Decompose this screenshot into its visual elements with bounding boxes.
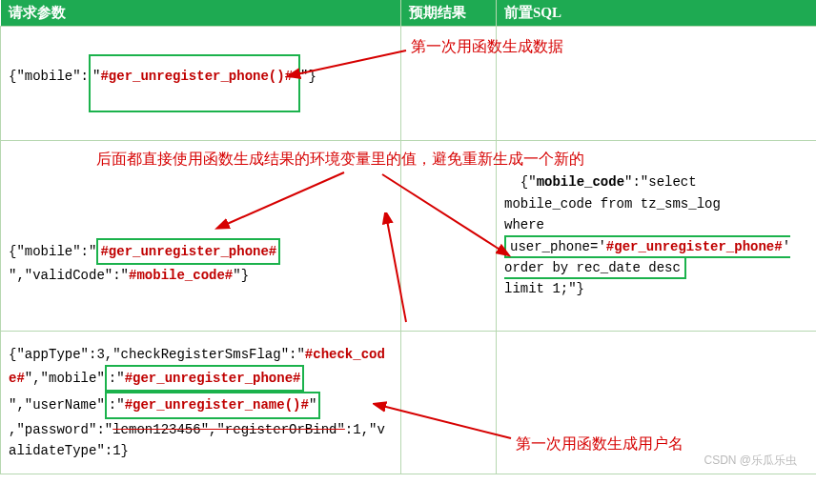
table-row: {"mobile":"#ger_unregister_phone()#"} 第一… <box>1 27 817 141</box>
header-request-params: 请求参数 <box>1 0 401 27</box>
main-table: 请求参数 预期结果 前置SQL {"mobile":"#ger_unregist… <box>0 0 816 474</box>
var-phone: #ger_unregister_phone# <box>606 239 783 254</box>
cell-r1-params: {"mobile":"#ger_unregister_phone()#"} 第一… <box>1 27 401 141</box>
code-text: {"mobile": <box>9 69 89 84</box>
cell-r2-params: 后面都直接使用函数生成结果的环境变量里的值，避免重新生成一个新的 {"mobil… <box>1 141 401 332</box>
highlight-box: user_phone='#ger_unregister_phone#' orde… <box>504 235 790 279</box>
highlight-box: #ger_unregister_phone# <box>96 238 280 265</box>
arrow-icon <box>211 168 354 234</box>
var-phone-func: #ger_unregister_phone()# <box>100 69 293 84</box>
page-container: { "headers": { "col1": "请求参数", "col2": "… <box>0 0 816 474</box>
cell-r3-expected <box>401 332 497 474</box>
header-pre-sql: 前置SQL <box>497 0 817 27</box>
var-mobile-code: #mobile_code# <box>129 268 233 283</box>
header-expected-result: 预期结果 <box>401 0 497 27</box>
strikethrough-text: lemon123456","registerOrBind" <box>112 422 345 437</box>
cell-r3-params: {"appType":3,"checkRegisterSmsFlag":"#ch… <box>1 332 401 474</box>
table-row: {"appType":3,"checkRegisterSmsFlag":"#ch… <box>1 332 817 474</box>
watermark: CSDN @乐瓜乐虫 <box>704 453 797 469</box>
var-name-func: #ger_unregister_name()# <box>125 397 309 413</box>
highlight-box: :"#ger_unregister_phone# <box>105 365 305 392</box>
table-row: 后面都直接使用函数生成结果的环境变量里的值，避免重新生成一个新的 {"mobil… <box>1 141 817 332</box>
highlight-box: :"#ger_unregister_name()#" <box>105 392 320 418</box>
svg-line-1 <box>225 172 344 225</box>
var-phone: #ger_unregister_phone# <box>100 244 276 259</box>
annotation-row2-top: 后面都直接使用函数生成结果的环境变量里的值，避免重新生成一个新的 <box>96 147 764 171</box>
var-phone: #ger_unregister_phone# <box>125 371 301 386</box>
annotation-row3: 第一次用函数生成用户名 <box>516 432 683 456</box>
highlight-box: "#ger_unregister_phone()# <box>89 54 300 111</box>
annotation-row1: 第一次用函数生成数据 <box>411 34 563 59</box>
